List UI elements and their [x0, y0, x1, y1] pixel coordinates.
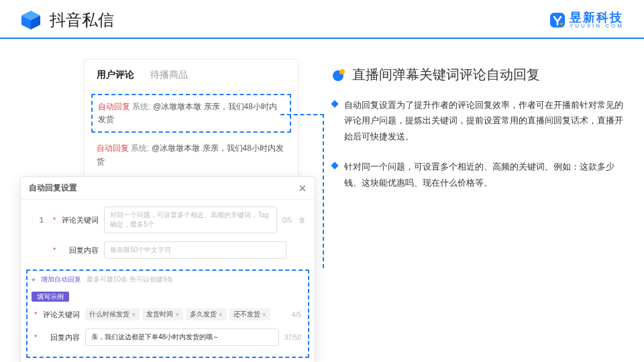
- company-text: 昱新科技 YUUXIN.COM: [570, 11, 624, 29]
- example-reply-counter: 37/50: [284, 334, 301, 341]
- chip-remove-icon: ×: [175, 311, 179, 318]
- comment-item: 自动回复 系统: @冰墩墩本墩 亲亲，我们48小时内发货: [98, 101, 284, 126]
- required-star-icon: *: [53, 246, 56, 254]
- right-column: 直播间弹幕关键词评论自动回复 自动回复设置为了提升作者的评论回复效率，作者可在开…: [332, 59, 624, 224]
- company-logo-icon: [549, 12, 566, 28]
- diamond-icon: [331, 162, 338, 170]
- reply-row: * 回复内容 每条限50个中文字符: [26, 237, 309, 263]
- keyword-chip[interactable]: 还不发货×: [229, 308, 270, 320]
- required-star-icon: *: [53, 216, 56, 224]
- add-hint: 最多可建10条 先可以创建9条: [87, 275, 173, 284]
- tab-pending-products[interactable]: 待播商品: [150, 69, 188, 84]
- keyword-input[interactable]: 对同一个问题，可设置多个相近、高频的关键词，Tag确定，最多5个: [104, 206, 277, 233]
- comment-item: 自动回复 系统: @冰墩墩本墩 亲亲，我们48小时内发货: [85, 135, 298, 174]
- reply-label: 回复内容: [61, 245, 99, 255]
- company-logo: 昱新科技 YUUXIN.COM: [549, 11, 624, 29]
- chip-remove-icon: ×: [219, 311, 223, 318]
- comment-tabs: 用户评论 待播商品: [85, 65, 298, 91]
- section-title: 直播间弹幕关键词评论自动回复: [352, 66, 540, 84]
- auto-reply-prefix: 自动回复: [98, 102, 130, 111]
- settings-body: ⋮⋮ 1 * 评论关键词 对同一个问题，可设置多个相近、高频的关键词，Tag确定…: [21, 200, 315, 362]
- example-reply-label: 回复内容: [42, 333, 80, 343]
- bullet-item: 自动回复设置为了提升作者的评论回复效率，作者可在开播前针对常见的评论用户问题，提…: [332, 97, 624, 144]
- row-number: 1: [40, 216, 48, 224]
- drag-handle-icon[interactable]: ⋮⋮: [29, 216, 34, 225]
- keyword-counter: 0/5: [282, 217, 292, 224]
- main-content: 用户评论 待播商品 自动回复 系统: @冰墩墩本墩 亲亲，我们48小时内发货 自…: [0, 39, 644, 224]
- chip-row: 什么时候发货× 发货时间× 多久发货× 还不发货×: [85, 308, 286, 320]
- bullet-text: 针对同一个问题，可设置多个相近的、高频的关键词。例如：这款多少钱、这块能优惠吗、…: [344, 159, 624, 190]
- cube-logo-icon: [20, 9, 42, 31]
- bullet-item: 针对同一个问题，可设置多个相近的、高频的关键词。例如：这款多少钱、这块能优惠吗、…: [332, 159, 624, 190]
- bullet-text: 自动回复设置为了提升作者的评论回复效率，作者可在开播前针对常见的评论用户问题，提…: [344, 97, 624, 144]
- required-star-icon: *: [34, 310, 37, 318]
- example-head: + 增加自动回复 最多可建10条 先可以创建9条: [32, 272, 304, 287]
- left-column: 用户评论 待播商品 自动回复 系统: @冰墩墩本墩 亲亲，我们48小时内发货 自…: [20, 59, 312, 224]
- example-chip-counter: 4/5: [292, 311, 301, 318]
- chip-remove-icon: ×: [262, 311, 266, 318]
- chip-remove-icon: ×: [131, 311, 136, 318]
- settings-title: 自动回复设置: [29, 182, 77, 194]
- keyword-chip[interactable]: 多久发货×: [186, 308, 227, 320]
- plus-icon[interactable]: +: [32, 276, 36, 284]
- example-reply-input[interactable]: 亲，我们这边都是下单48小时内发货的哦～: [85, 328, 279, 346]
- close-icon[interactable]: ✕: [299, 183, 307, 194]
- comment-highlighted: 自动回复 系统: @冰墩墩本墩 亲亲，我们48小时内发货: [91, 94, 291, 133]
- company-name: 昱新科技: [570, 11, 624, 23]
- svg-point-4: [560, 23, 563, 25]
- section-head: 直播间弹幕关键词评论自动回复: [332, 66, 624, 84]
- system-label: 系统:: [132, 102, 153, 111]
- diamond-icon: [331, 100, 338, 107]
- auto-reply-prefix: 自动回复: [97, 143, 129, 153]
- example-badge: 填写示例: [32, 292, 69, 302]
- company-domain: YUUXIN.COM: [570, 23, 624, 29]
- example-keyword-row: * 评论关键词 什么时候发货× 发货时间× 多久发货× 还不发货× 4/5: [32, 304, 304, 324]
- section-dot-icon: [332, 68, 345, 82]
- header-left: 抖音私信: [20, 9, 114, 31]
- required-star-icon: *: [34, 333, 37, 341]
- example-block: + 增加自动回复 最多可建10条 先可以创建9条 填写示例 * 评论关键词 什么…: [26, 269, 309, 358]
- keyword-row: ⋮⋮ 1 * 评论关键词 对同一个问题，可设置多个相近、高频的关键词，Tag确定…: [26, 202, 309, 237]
- system-label: 系统:: [131, 143, 152, 153]
- svg-point-6: [339, 69, 345, 74]
- header: 抖音私信 昱新科技 YUUXIN.COM: [0, 0, 644, 38]
- keyword-label: 评论关键词: [61, 215, 99, 225]
- page-title: 抖音私信: [50, 9, 114, 31]
- example-keyword-label: 评论关键词: [42, 310, 80, 320]
- settings-header: 自动回复设置 ✕: [21, 177, 315, 200]
- delete-icon[interactable]: 🗑: [297, 216, 307, 224]
- keyword-chip[interactable]: 发货时间×: [142, 308, 183, 320]
- auto-reply-settings-panel: 自动回复设置 ✕ ⋮⋮ 1 * 评论关键词 对同一个问题，可设置多个相近、高频的…: [20, 176, 315, 362]
- tab-user-comments[interactable]: 用户评论: [97, 69, 134, 84]
- reply-input[interactable]: 每条限50个中文字符: [104, 241, 286, 259]
- add-auto-reply-link[interactable]: 增加自动回复: [41, 275, 81, 284]
- example-reply-row: * 回复内容 亲，我们这边都是下单48小时内发货的哦～ 37/50: [32, 324, 304, 350]
- keyword-chip[interactable]: 什么时候发货×: [85, 308, 140, 320]
